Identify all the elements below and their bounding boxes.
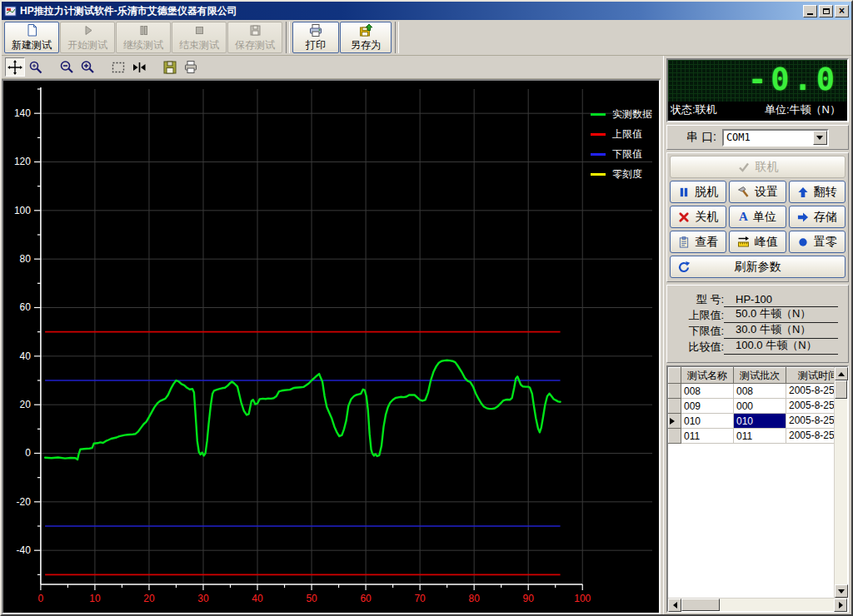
toolbar-separator [286, 22, 290, 53]
select-region-tool-button[interactable] [108, 57, 128, 77]
vertical-scroll-thumb[interactable] [835, 380, 847, 399]
flip-button[interactable]: 翻转 [789, 181, 846, 203]
table-cell[interactable]: 010 [734, 414, 786, 429]
print-button[interactable]: 打印 [292, 22, 339, 53]
x-axis-label: 80 [469, 593, 481, 604]
restore-icon [823, 8, 830, 14]
table-row[interactable]: 0090002005-8-25 下午 [669, 399, 835, 414]
unit-button[interactable]: A 单位 [729, 206, 786, 228]
table-cell[interactable]: 2005-8-25 下午 [786, 414, 835, 429]
chart-pane: 140120100806040200-20-400102030405060708… [2, 56, 661, 614]
x-axis-label: 20 [143, 593, 155, 604]
minimize-button[interactable] [803, 5, 817, 17]
window-title: HP推拉力计测试软件-乐清市艾德堡仪器有限公司 [20, 4, 801, 18]
table-cell[interactable]: 008 [734, 384, 786, 399]
table-cell[interactable]: 009 [681, 399, 734, 414]
start-test-button[interactable]: 开始测试 [60, 22, 115, 53]
stop-icon [192, 23, 207, 37]
serial-port-select[interactable]: COM1 [722, 129, 829, 147]
horizontal-scroll-track[interactable] [720, 599, 834, 611]
view-button[interactable]: 查看 [670, 231, 726, 253]
col-test-name[interactable]: 测试名称 [681, 368, 734, 384]
col-test-batch[interactable]: 测试批次 [734, 368, 786, 384]
zoom-out-icon [58, 59, 75, 76]
zoom-in-icon [79, 59, 96, 76]
table-cell[interactable]: 011 [734, 429, 786, 444]
select-region-icon [110, 59, 127, 76]
new-test-button[interactable]: 新建测试 [4, 22, 59, 53]
offline-button[interactable]: 脱机 [670, 181, 726, 203]
check-icon [737, 161, 751, 173]
peak-button[interactable]: 峰值 [729, 231, 786, 253]
scroll-down-button[interactable] [835, 584, 848, 598]
print-chart-button[interactable] [181, 57, 201, 77]
table-cell[interactable]: 2005-8-25 下午 [786, 399, 835, 414]
arrow-up-icon [838, 372, 845, 376]
save-chart-button[interactable] [160, 57, 180, 77]
col-test-time[interactable]: 测试时间 [786, 368, 835, 384]
fit-width-icon [131, 59, 147, 76]
refresh-params-label: 刷新参数 [735, 260, 781, 275]
clipboard-icon [678, 236, 690, 248]
vertical-scrollbar[interactable] [834, 367, 847, 598]
shutdown-button[interactable]: 关机 [670, 206, 726, 228]
refresh-params-button[interactable]: 刷新参数 [670, 256, 846, 278]
connect-label: 联机 [756, 160, 779, 175]
unit-label: 单位:牛顿（N） [765, 102, 841, 117]
table-cell[interactable]: 2005-8-25 下午 [786, 384, 835, 399]
records-grid[interactable]: 测试名称 测试批次 测试时间 0080082005-8-25 下午0090002… [668, 367, 834, 444]
arrow-up-icon [797, 186, 809, 198]
serial-port-group: 串 口: COM1 [666, 125, 849, 150]
model-value: HP-100 [724, 293, 838, 307]
blue-circle-icon [797, 236, 809, 248]
end-test-button[interactable]: 结束测试 [172, 22, 227, 53]
indicator-column-header [669, 368, 681, 384]
move-tool-button[interactable] [5, 57, 25, 77]
table-row[interactable]: 0080082005-8-25 下午 [669, 384, 835, 399]
connect-button[interactable]: 联机 [670, 156, 846, 178]
table-cell[interactable]: 011 [681, 429, 734, 444]
end-test-label: 结束测试 [179, 38, 219, 52]
fit-width-tool-button[interactable] [129, 57, 149, 77]
y-axis-label: -20 [17, 496, 32, 508]
zoom-in-tool-button[interactable] [77, 57, 97, 77]
table-row[interactable]: 0110112005-8-25 下午 [669, 429, 835, 444]
horizontal-scroll-thumb[interactable] [681, 599, 720, 611]
table-cell[interactable]: 2005-8-25 下午 [786, 429, 835, 444]
chart-area[interactable]: 140120100806040200-20-400102030405060708… [2, 79, 661, 614]
table-cell[interactable]: 010 [681, 414, 734, 429]
x-axis-label: 70 [414, 593, 426, 604]
restore-button[interactable] [819, 5, 833, 17]
continue-test-button[interactable]: 继续测试 [116, 22, 171, 53]
settings-button[interactable]: 设置 [729, 181, 786, 203]
row-indicator [669, 384, 681, 399]
table-row[interactable]: 0100102005-8-25 下午 [669, 414, 835, 429]
table-cell[interactable]: 000 [734, 399, 786, 414]
scroll-up-button[interactable] [835, 367, 848, 380]
close-icon: × [839, 7, 845, 15]
zoom-cursor-icon [27, 59, 44, 76]
red-x-icon [678, 211, 690, 223]
scroll-right-button[interactable] [834, 599, 847, 612]
horizontal-scrollbar[interactable] [668, 598, 847, 611]
app-window: HP推拉力计测试软件-乐清市艾德堡仪器有限公司 × 新建测试 开始测试 继续测试… [0, 0, 853, 616]
close-button[interactable]: × [835, 5, 849, 17]
pause-blue-icon [678, 186, 690, 198]
vertical-scroll-track[interactable] [835, 399, 847, 584]
arrow-right-icon [797, 211, 809, 223]
zero-button[interactable]: 置零 [789, 231, 846, 253]
new-test-icon [25, 23, 39, 37]
legend-item: 下限值 [591, 144, 652, 164]
store-button[interactable]: 存储 [789, 206, 846, 228]
titlebar: HP推拉力计测试软件-乐清市艾德堡仪器有限公司 × [2, 2, 851, 20]
lower-limit-value: 30.0 牛顿（N） [724, 322, 838, 339]
table-cell[interactable]: 008 [681, 384, 734, 399]
zoom-cursor-tool-button[interactable] [26, 57, 46, 77]
combo-dropdown-button[interactable] [813, 131, 827, 145]
zoom-out-tool-button[interactable] [57, 57, 77, 77]
save-test-button[interactable]: 保存测试 [227, 22, 282, 53]
save-as-button[interactable]: 另存为 [340, 22, 392, 53]
scroll-left-button[interactable] [668, 599, 681, 612]
arrow-down-icon [838, 589, 845, 594]
table-clip: 测试名称 测试批次 测试时间 0080082005-8-25 下午0090002… [668, 367, 834, 598]
